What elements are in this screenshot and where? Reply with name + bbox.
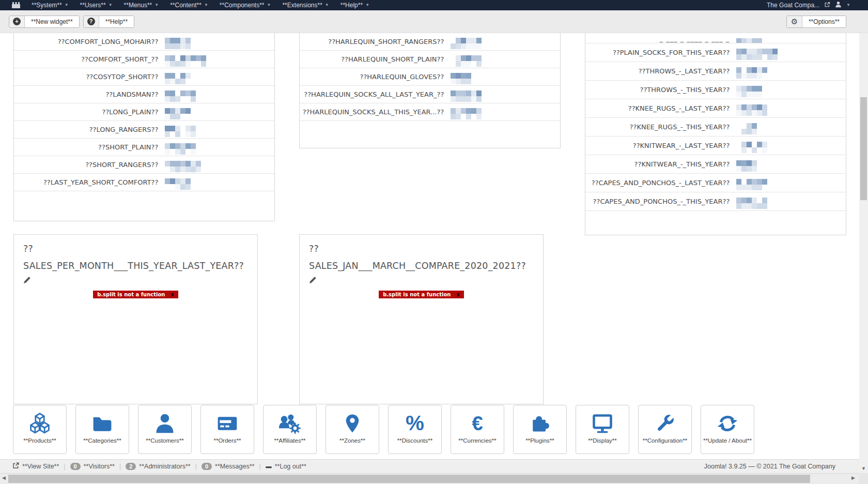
quickicon-orders[interactable]: **Orders**	[200, 405, 254, 454]
quickicon-update-about[interactable]: **Update / About**	[701, 405, 754, 454]
quickicon-categories[interactable]: **Categories**	[75, 405, 129, 454]
redacted-pixel	[165, 167, 170, 172]
redacted-pixel	[191, 131, 196, 137]
menu-components[interactable]: **Components**▼	[214, 0, 277, 10]
options-button[interactable]: ⚙ **Options**	[786, 16, 846, 28]
row-label: ??KNEE_RUGS_-_LAST_YEAR??	[585, 104, 736, 112]
quickicon-display[interactable]: **Display**	[576, 405, 629, 454]
visitors-link[interactable]: 0**Visitors**	[70, 463, 115, 470]
quickicon-configuration[interactable]: **Configuration**	[638, 405, 692, 454]
vertical-scrollbar-thumb[interactable]	[860, 97, 867, 200]
redacted-pixel	[466, 90, 471, 96]
quickicon-products[interactable]: **Products**	[13, 405, 67, 454]
menu-help[interactable]: **Help**▼	[335, 0, 375, 10]
chevron-down-icon[interactable]: ▼	[846, 3, 850, 7]
update-icon	[716, 410, 739, 437]
scroll-down-arrow-icon[interactable]: ▼	[861, 466, 866, 471]
redacted-pixel	[191, 161, 196, 167]
chart-title-line2: SALES_JAN___MARCH__COMPARE_2020_2021??	[309, 258, 534, 275]
quickicon-affiliates[interactable]: **Affiliates**	[263, 405, 317, 454]
scroll-left-arrow-icon[interactable]: ◀	[2, 476, 6, 480]
redacted-pixel	[170, 43, 175, 49]
quickicon-zones[interactable]: **Zones**	[326, 405, 379, 454]
menu-menus[interactable]: **Menus**▼	[118, 0, 165, 10]
quickicon-customers[interactable]: **Customers**	[138, 405, 192, 454]
redacted-pixel	[757, 142, 762, 147]
redacted-pixel	[196, 161, 201, 167]
row-value	[736, 122, 846, 133]
horizontal-scrollbar-thumb[interactable]	[8, 475, 810, 483]
redacted-pixel	[736, 185, 741, 190]
user-icon[interactable]	[835, 1, 842, 9]
redacted-pixel	[180, 143, 185, 149]
redacted-pixel	[762, 179, 767, 185]
redacted-pixel	[772, 54, 778, 60]
redacted-pixel	[736, 104, 741, 110]
widget-panel-p1: ??COMFORT_LONG_MOHAIR????COMFORT_SHORT_?…	[13, 33, 275, 221]
redacted-pixel	[476, 114, 482, 119]
redacted-pixel	[456, 90, 461, 96]
redacted-pixel	[762, 185, 767, 190]
redacted-pixel	[196, 167, 201, 172]
log-out-link[interactable]: **Log out**	[266, 463, 306, 470]
new-widget-button[interactable]: + **New widget**	[9, 16, 80, 28]
redacted-pixel	[762, 73, 767, 79]
gear-icon: ⚙	[787, 16, 802, 27]
menu-content[interactable]: **Content**▼	[164, 0, 214, 10]
administrators-link[interactable]: 2**Administrators**	[126, 463, 190, 470]
redacted-pixel	[191, 61, 196, 67]
row-label: ??CAPES_AND_PONCHOS_-_LAST_YEAR??	[585, 179, 736, 187]
quickicon-plugins[interactable]: **Plugins**	[513, 405, 567, 454]
error-close-icon[interactable]: x	[171, 292, 174, 297]
redacted-pixel	[471, 43, 476, 49]
redacted-value	[165, 108, 191, 119]
quickicon-label: **Currencies**	[458, 437, 497, 444]
external-link-icon	[12, 462, 19, 471]
error-close-icon[interactable]: x	[456, 292, 459, 297]
row-value	[165, 36, 274, 48]
row-value	[451, 71, 560, 83]
view-site-link[interactable]: **View Site**	[12, 462, 59, 471]
messages-link[interactable]: 0**Messages**	[202, 463, 255, 470]
menu-system[interactable]: **System**▼	[26, 0, 74, 10]
site-name-link[interactable]: The Goat Compa...	[767, 2, 819, 9]
redacted-pixel	[757, 67, 762, 73]
redacted-pixel	[466, 96, 471, 102]
redacted-pixel	[471, 96, 476, 102]
redacted-pixel	[476, 43, 482, 49]
redacted-value	[165, 90, 196, 102]
help-button[interactable]: ? **Help**	[83, 16, 134, 28]
row-value	[165, 124, 274, 135]
redacted-value	[165, 126, 196, 137]
menu-label: **Components**	[220, 2, 265, 9]
edit-pencil-icon[interactable]	[23, 277, 30, 286]
edit-pencil-icon[interactable]	[309, 277, 316, 286]
quickicon-currencies[interactable]: €**Currencies**	[451, 405, 504, 454]
row-value	[736, 196, 846, 207]
row-label: ??LONG_PLAIN??	[14, 108, 165, 116]
redacted-pixel	[762, 54, 767, 60]
redacted-pixel	[185, 73, 191, 79]
horizontal-scrollbar[interactable]: ◀ ▶	[0, 473, 859, 484]
scroll-right-arrow-icon[interactable]: ▶	[851, 476, 855, 480]
redacted-pixel	[180, 79, 185, 84]
vertical-scrollbar[interactable]: ▲ ▼	[859, 10, 868, 473]
status-item-label: **Messages**	[215, 463, 254, 470]
redacted-pixel	[165, 43, 170, 49]
redacted-pixel	[747, 142, 752, 147]
redacted-pixel	[466, 108, 471, 114]
menu-extensions[interactable]: **Extensions**▼	[276, 0, 334, 10]
quickicon-discounts[interactable]: %**Discounts**	[388, 405, 442, 454]
redacted-pixel	[741, 123, 747, 129]
menu-label: **Content**	[170, 2, 202, 9]
redacted-pixel	[741, 147, 747, 153]
chevron-down-icon: ▼	[154, 3, 159, 7]
separator: |	[259, 463, 260, 470]
redacted-pixel	[180, 114, 185, 119]
redacted-pixel	[175, 61, 180, 67]
top-navbar: **System**▼**Users**▼**Menus**▼**Content…	[0, 0, 868, 10]
row-label: ??SHORT_PLAIN??	[14, 143, 165, 151]
row-label: ??HARLEQUIN_SOCKS_ALL_LAST_YEAR_??	[300, 90, 451, 98]
redacted-pixel	[736, 110, 741, 116]
menu-users[interactable]: **Users**▼	[74, 0, 118, 10]
